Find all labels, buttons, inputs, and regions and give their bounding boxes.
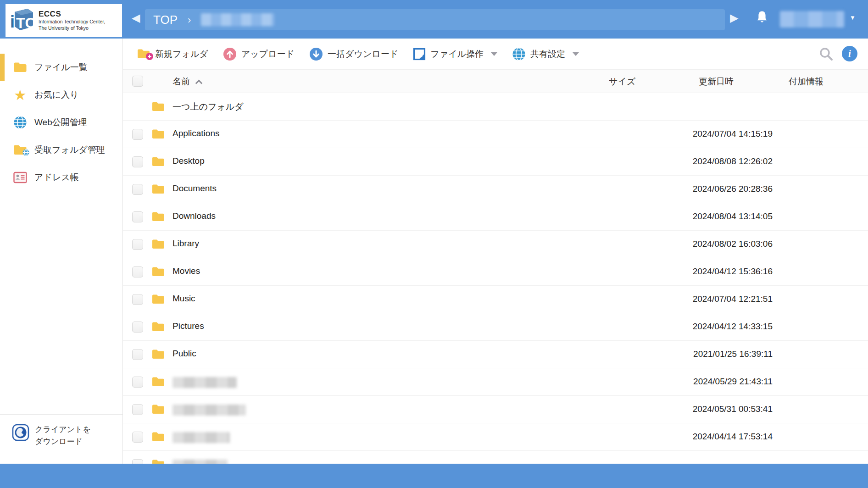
folder-globe-icon <box>13 144 28 156</box>
breadcrumb-current-folder-redacted[interactable] <box>201 13 274 26</box>
row-name[interactable]: Library <box>172 238 199 249</box>
row-modified: 2024/07/04 14:15:19 <box>651 129 773 139</box>
share-settings-globe-icon <box>512 47 526 61</box>
client-app-globe-icon <box>12 424 29 443</box>
table-row[interactable]: Desktop 2024/08/08 12:26:02 <box>123 148 868 176</box>
breadcrumb: TOP › <box>145 9 725 30</box>
column-header-name[interactable]: 名前 <box>172 76 201 88</box>
row-modified: 2024/08/02 16:03:06 <box>651 239 773 249</box>
breadcrumb-back-icon[interactable]: ◀ <box>132 12 140 23</box>
parent-folder-row[interactable]: 一つ上のフォルダ <box>123 93 868 121</box>
redacted-name[interactable] <box>172 377 237 388</box>
row-modified: 2024/06/26 20:28:36 <box>651 184 773 194</box>
parent-folder-name[interactable]: 一つ上のフォルダ <box>172 101 244 113</box>
batch-download-button[interactable]: 一括ダウンロード <box>309 47 398 61</box>
file-manager-app: i TC ECCS Information Technology Center,… <box>0 0 868 488</box>
folder-icon <box>151 128 165 142</box>
file-operations-button[interactable]: ファイル操作 <box>413 48 497 61</box>
table-row[interactable]: Applications 2024/07/04 14:15:19 <box>123 121 868 148</box>
breadcrumb-separator-icon: › <box>188 13 191 26</box>
info-icon[interactable]: i <box>841 45 858 64</box>
sidebar-item-label: 受取フォルダ管理 <box>34 144 105 156</box>
row-checkbox[interactable] <box>132 404 143 415</box>
row-modified: 2021/01/25 16:39:11 <box>651 349 773 359</box>
row-checkbox[interactable] <box>132 239 143 250</box>
row-checkbox[interactable] <box>132 349 143 360</box>
sidebar-item-label: ファイル一覧 <box>34 61 88 73</box>
column-header-size[interactable]: サイズ <box>609 76 635 88</box>
select-all-checkbox[interactable] <box>132 76 143 87</box>
table-row[interactable]: Pictures 2024/04/12 14:33:15 <box>123 313 868 341</box>
new-folder-label: 新規フォルダ <box>155 48 208 60</box>
toolbar: 新規フォルダ アップロード 一括ダウンロード <box>123 39 868 69</box>
row-name[interactable]: Pictures <box>172 321 204 331</box>
breadcrumb-forward-icon[interactable]: ▶ <box>730 12 738 23</box>
row-name[interactable]: Downloads <box>172 211 216 221</box>
row-name[interactable]: Movies <box>172 266 200 276</box>
row-name[interactable]: Public <box>172 349 196 359</box>
eccs-logo: i TC ECCS Information Technology Center,… <box>6 4 122 37</box>
new-folder-icon <box>137 48 150 60</box>
column-name-label: 名前 <box>172 76 190 88</box>
row-checkbox[interactable] <box>132 459 143 464</box>
folder-icon <box>13 61 28 73</box>
row-checkbox[interactable] <box>132 294 143 305</box>
svg-text:TC: TC <box>16 15 35 31</box>
column-header-modified[interactable]: 更新日時 <box>699 76 734 88</box>
table-row[interactable]: Movies 2024/04/12 15:36:16 <box>123 258 868 286</box>
row-checkbox[interactable] <box>132 266 143 277</box>
sidebar-item-web-publish[interactable]: Web公開管理 <box>0 109 122 136</box>
redacted-name[interactable] <box>172 460 228 464</box>
search-icon[interactable] <box>818 46 834 64</box>
row-name[interactable]: Music <box>172 294 195 304</box>
table-row[interactable]: Documents 2024/06/26 20:28:36 <box>123 176 868 203</box>
row-modified: 2024/08/08 12:26:02 <box>651 156 773 166</box>
folder-icon <box>151 349 165 362</box>
sidebar-item-file-list[interactable]: ファイル一覧 <box>0 54 122 81</box>
new-folder-button[interactable]: 新規フォルダ <box>137 48 208 60</box>
row-checkbox[interactable] <box>132 432 143 443</box>
address-card-icon <box>13 172 28 183</box>
row-modified: 2024/05/29 21:43:11 <box>651 377 773 387</box>
upload-label: アップロード <box>241 48 295 60</box>
table-row[interactable]: Music 2024/07/04 12:21:51 <box>123 286 868 313</box>
breadcrumb-top-link[interactable]: TOP <box>153 13 178 27</box>
table-row[interactable]: 2024/05/29 21:43:11 <box>123 368 868 396</box>
sidebar-item-address-book[interactable]: アドレス帳 <box>0 164 122 191</box>
row-modified: 2024/04/14 17:53:14 <box>651 432 773 442</box>
table-row[interactable]: Public 2021/01/25 16:39:11 <box>123 341 868 368</box>
table-row[interactable]: Downloads 2024/08/04 13:14:05 <box>123 203 868 231</box>
folder-icon <box>151 459 165 464</box>
table-row[interactable]: 2024/04/14 17:53:14 <box>123 423 868 451</box>
row-name[interactable]: Desktop <box>172 156 205 166</box>
redacted-name[interactable] <box>172 432 230 443</box>
row-checkbox[interactable] <box>132 184 143 195</box>
row-checkbox[interactable] <box>132 211 143 222</box>
row-name[interactable]: Documents <box>172 183 217 194</box>
folder-icon <box>151 238 165 252</box>
share-settings-caret-icon <box>573 52 579 56</box>
upload-button[interactable]: アップロード <box>223 47 295 61</box>
row-modified: 2024/08/04 13:14:05 <box>651 211 773 222</box>
redacted-name[interactable] <box>172 405 246 416</box>
share-settings-button[interactable]: 共有設定 <box>512 47 579 61</box>
user-name-redacted[interactable] <box>780 11 844 28</box>
itc-logo-icon: i TC <box>9 7 35 34</box>
row-name[interactable]: Applications <box>172 128 219 139</box>
table-row[interactable] <box>123 451 868 464</box>
column-header-extra-info[interactable]: 付加情報 <box>789 76 823 88</box>
row-checkbox[interactable] <box>132 322 143 333</box>
sidebar-item-favorites[interactable]: ★ お気に入り <box>0 81 122 109</box>
download-client-link[interactable]: クライアントを ダウンロード <box>0 414 122 448</box>
notifications-bell-icon[interactable] <box>756 10 768 27</box>
table-row[interactable]: Library 2024/08/02 16:03:06 <box>123 231 868 258</box>
user-menu-caret-icon[interactable]: ▼ <box>850 14 856 21</box>
sidebar-item-receive-folder[interactable]: 受取フォルダ管理 <box>0 136 122 164</box>
footer-bar <box>0 464 868 488</box>
row-checkbox[interactable] <box>132 377 143 388</box>
folder-icon <box>151 266 165 279</box>
row-checkbox[interactable] <box>132 156 143 167</box>
table-row[interactable]: 2024/05/31 00:53:41 <box>123 396 868 423</box>
share-settings-label: 共有設定 <box>530 48 565 60</box>
row-checkbox[interactable] <box>132 129 143 140</box>
